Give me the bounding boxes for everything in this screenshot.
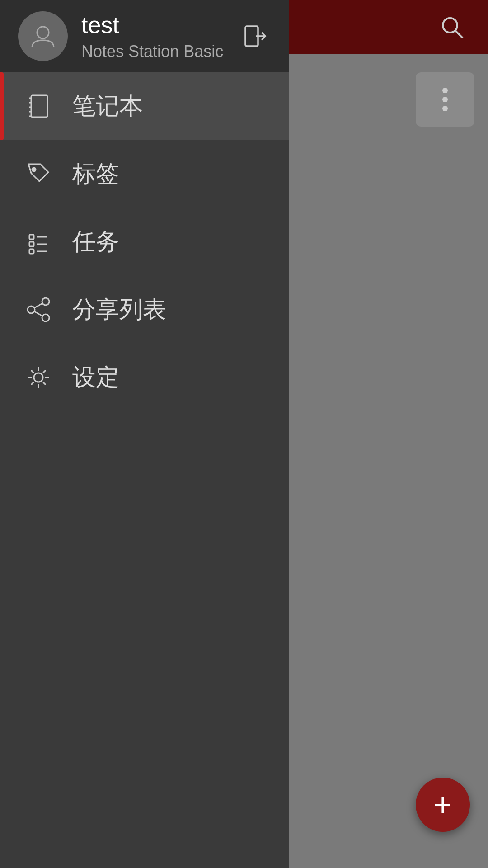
main-body: +: [280, 54, 488, 868]
svg-point-2: [442, 88, 448, 93]
fab-add-button[interactable]: +: [416, 778, 470, 832]
sidebar-item-share[interactable]: 分享列表: [0, 276, 289, 344]
user-info: test Notes Station Basic: [81, 11, 226, 61]
svg-point-20: [42, 298, 49, 305]
app-name-label: Notes Station Basic: [81, 42, 226, 61]
svg-rect-7: [31, 95, 47, 117]
sidebar-item-tags[interactable]: 标签: [0, 140, 289, 208]
svg-rect-6: [245, 26, 258, 46]
drawer-header: test Notes Station Basic: [0, 0, 289, 72]
settings-label: 设定: [72, 362, 119, 393]
svg-point-3: [442, 97, 448, 102]
svg-point-25: [34, 373, 43, 382]
svg-line-23: [34, 303, 42, 308]
svg-point-21: [28, 306, 35, 313]
sidebar-item-notebooks[interactable]: 笔记本: [0, 72, 289, 140]
sidebar-item-tasks[interactable]: 任务: [0, 208, 289, 276]
tags-label: 标签: [72, 158, 119, 190]
svg-line-1: [455, 30, 463, 38]
share-label: 分享列表: [72, 294, 166, 326]
app-container: + test Notes Station Basic: [0, 0, 488, 868]
main-content: +: [280, 0, 488, 868]
notebook-icon: [23, 90, 54, 122]
main-header: [280, 0, 488, 54]
username-label: test: [81, 11, 226, 38]
svg-point-22: [42, 314, 49, 321]
task-icon: [23, 226, 54, 258]
share-icon: [23, 294, 54, 326]
svg-line-24: [34, 311, 42, 316]
notebooks-label: 笔记本: [72, 90, 143, 122]
avatar[interactable]: [18, 11, 68, 61]
svg-point-13: [32, 168, 36, 171]
drawer: test Notes Station Basic: [0, 0, 289, 868]
settings-icon: [23, 362, 54, 393]
tag-icon: [23, 158, 54, 190]
svg-rect-14: [29, 235, 34, 239]
nav-list: 笔记本 标签: [0, 72, 289, 868]
search-button[interactable]: [434, 9, 470, 45]
more-menu-button[interactable]: [416, 72, 474, 127]
sidebar-item-settings[interactable]: 设定: [0, 344, 289, 411]
svg-rect-16: [29, 242, 34, 246]
svg-point-4: [442, 106, 448, 111]
svg-point-5: [37, 27, 49, 38]
tasks-label: 任务: [72, 226, 119, 258]
logout-button[interactable]: [239, 20, 271, 52]
svg-rect-18: [29, 249, 34, 254]
